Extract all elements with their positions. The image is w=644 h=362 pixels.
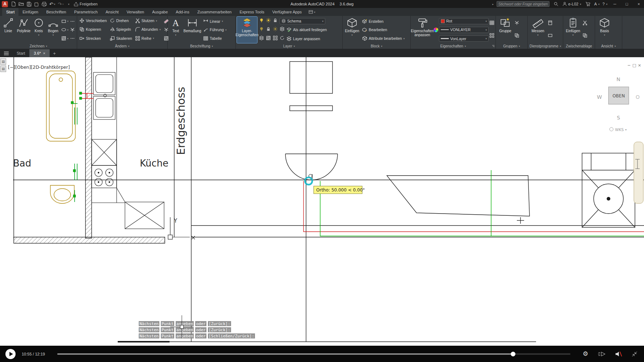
- quick-calc-button[interactable]: [548, 20, 553, 27]
- ribbon-tab-verfuegbare-apps[interactable]: Verfügbare Apps: [268, 8, 306, 16]
- layer-off-button[interactable]: [259, 18, 264, 24]
- ribbon-tab-einfuegen[interactable]: Einfügen: [18, 8, 42, 16]
- panel-footer-eigenschaften[interactable]: Eigenschaften▾: [411, 43, 495, 49]
- layer-merge-button[interactable]: [273, 35, 278, 42]
- polylinie-button[interactable]: Polylinie: [16, 17, 31, 43]
- redo-button[interactable]: ↷▾: [57, 0, 64, 8]
- save-button[interactable]: [25, 0, 33, 8]
- color-dropdown[interactable]: Rot▾: [439, 18, 489, 24]
- ribbon-tab-verwalten[interactable]: Verwalten: [123, 8, 148, 16]
- store-cart-icon[interactable]: [584, 0, 591, 8]
- panel-footer-beschriftung[interactable]: Beschriftung▾: [168, 43, 235, 49]
- panel-footer-dienstprogramme[interactable]: Dienstprogramme▾: [528, 43, 563, 49]
- viewport-controls-label[interactable]: [−][Oben][2D-Drahtkörper]: [8, 64, 70, 70]
- player-progress-bar[interactable]: [57, 353, 570, 355]
- paste-button[interactable]: Einfügen▾: [564, 17, 582, 43]
- new-file-button[interactable]: [10, 0, 17, 8]
- layer-eigenschaften-button[interactable]: Layer-Eigenschaften: [237, 17, 257, 43]
- ribbon-tab-ausgabe[interactable]: Ausgabe: [148, 8, 172, 16]
- share-button[interactable]: Freigeben: [73, 0, 99, 8]
- block-einfuegen-button[interactable]: Einfügen▾: [344, 17, 360, 43]
- lineweight-dropdown[interactable]: VonLayer▾: [439, 35, 489, 42]
- stutzen-button[interactable]: Stutzen▾: [134, 17, 162, 25]
- layer-freeze-button[interactable]: [273, 26, 278, 33]
- view-cube[interactable]: N W O S OBEN: [597, 76, 640, 121]
- ribbon-tab-ansicht[interactable]: Ansicht: [102, 8, 123, 16]
- kopieren-button[interactable]: Kopieren: [78, 25, 108, 33]
- als-aktuell-festlegen-button[interactable]: Als aktuell festlegen: [287, 26, 327, 34]
- basis-button[interactable]: Basis▾: [596, 17, 613, 43]
- bogen-button[interactable]: Bogen▾: [46, 17, 60, 43]
- point-tool-button[interactable]: [70, 19, 75, 24]
- layer-restore-button[interactable]: [280, 35, 285, 42]
- region-tool-button[interactable]: [70, 27, 75, 32]
- palette-tab-icon[interactable]: ▤: [0, 58, 6, 65]
- cut-button[interactable]: [582, 20, 587, 27]
- doc-tab-start[interactable]: Start: [12, 49, 29, 57]
- panel-footer-zeichnen[interactable]: Zeichnen▾: [0, 43, 77, 49]
- verschieben-button[interactable]: Verschieben: [78, 17, 108, 25]
- window-minimize-button[interactable]: ─: [610, 0, 619, 8]
- layer-fade-button[interactable]: [266, 35, 271, 42]
- doc-tab-current[interactable]: 3.6* ×: [29, 49, 50, 57]
- qat-customize-button[interactable]: ▾: [65, 0, 72, 8]
- ribbon-tab-start[interactable]: Start: [2, 8, 18, 16]
- skalieren-button[interactable]: Skalieren: [109, 34, 133, 42]
- panel-footer-zwischenablage[interactable]: Zwischenablage: [563, 43, 595, 49]
- ribbon-tab-beschriften[interactable]: Beschriften: [42, 8, 70, 16]
- drehen-button[interactable]: Drehen: [109, 17, 133, 25]
- linetype-dropdown[interactable]: VONLAYER▾: [439, 27, 489, 33]
- color-wheel-icon[interactable]: [434, 28, 438, 32]
- window-maximize-button[interactable]: □: [622, 0, 631, 8]
- reihe-button[interactable]: Reihe▾: [134, 34, 162, 42]
- search-input[interactable]: [498, 2, 548, 6]
- panel-footer-aendern[interactable]: Ändern▾: [77, 43, 167, 49]
- layer-walk-button[interactable]: [259, 35, 264, 42]
- block-bearbeiten-button[interactable]: Bearbeiten: [361, 26, 409, 34]
- help-menu[interactable]: ?▾: [602, 2, 607, 6]
- layer-states-button[interactable]: [280, 26, 285, 33]
- ribbon-tab-parametrisch[interactable]: Parametrisch: [70, 8, 102, 16]
- layer-thaw-button[interactable]: [266, 18, 271, 24]
- floor-plan-drawing[interactable]: Bad Küche Erdgeschoss Y [−][Oben][2D-Dra…: [0, 57, 644, 346]
- shrink-player-button[interactable]: [632, 351, 637, 357]
- save-as-button[interactable]: [33, 0, 40, 8]
- block-erstellen-button[interactable]: Erstellen: [361, 17, 409, 25]
- copy-clip-button[interactable]: [582, 33, 587, 39]
- layer-anpassen-button[interactable]: Layer anpassen: [287, 35, 320, 43]
- player-settings-button[interactable]: ⚙: [583, 350, 588, 358]
- spiegeln-button[interactable]: Spiegeln: [109, 25, 133, 33]
- ribbon-tab-zusammenarbeiten[interactable]: Zusammenarbeiten: [193, 8, 236, 16]
- ungroup-button[interactable]: [514, 20, 519, 27]
- palette-tab-icon[interactable]: ▤: [0, 66, 6, 72]
- fuehrung-button[interactable]: Führung▾: [202, 26, 234, 34]
- plot-button[interactable]: [41, 0, 48, 8]
- menu-burger-icon[interactable]: [0, 49, 12, 57]
- dialog-launcher-icon[interactable]: [492, 44, 494, 48]
- search-collapse-icon[interactable]: ▸: [492, 3, 494, 5]
- autodesk-app-menu[interactable]: A▾: [594, 2, 600, 6]
- close-tab-icon[interactable]: ×: [43, 51, 45, 55]
- account-menu[interactable]: e-L02 ▾: [563, 2, 581, 6]
- playback-speed-button[interactable]: [598, 352, 606, 357]
- autocad-logo-icon[interactable]: A: [2, 1, 8, 7]
- search-icon[interactable]: [552, 0, 560, 8]
- open-file-button[interactable]: [17, 0, 25, 8]
- bemassung-button[interactable]: Bemaßung: [183, 17, 201, 43]
- linie-button[interactable]: Linie: [1, 17, 16, 43]
- layer-unisolate-button[interactable]: [266, 26, 271, 33]
- layer-isolate-button[interactable]: [259, 26, 264, 33]
- layer-lock-button[interactable]: [273, 18, 278, 24]
- panel-footer-layer[interactable]: Layer▾: [236, 43, 342, 49]
- eigenschaften-anpassen-button[interactable]: Eigenschaften anpassen: [412, 17, 433, 43]
- panel-footer-gruppen[interactable]: Gruppen▾: [496, 43, 527, 49]
- layer-schema-dropdown[interactable]: Schema ▾: [280, 18, 325, 24]
- properties-grid-button[interactable]: [489, 33, 494, 39]
- ribbon-tab-express-tools[interactable]: Express Tools: [235, 8, 268, 16]
- wks-menu[interactable]: WKS ▾: [610, 127, 627, 132]
- abrunden-button[interactable]: Abrunden▾: [134, 25, 162, 33]
- ellipse-tool-button[interactable]: ▾: [61, 27, 68, 32]
- play-button[interactable]: [5, 349, 16, 359]
- panel-footer-block[interactable]: Block▾: [343, 43, 410, 49]
- tabelle-button[interactable]: Tabelle: [202, 34, 234, 42]
